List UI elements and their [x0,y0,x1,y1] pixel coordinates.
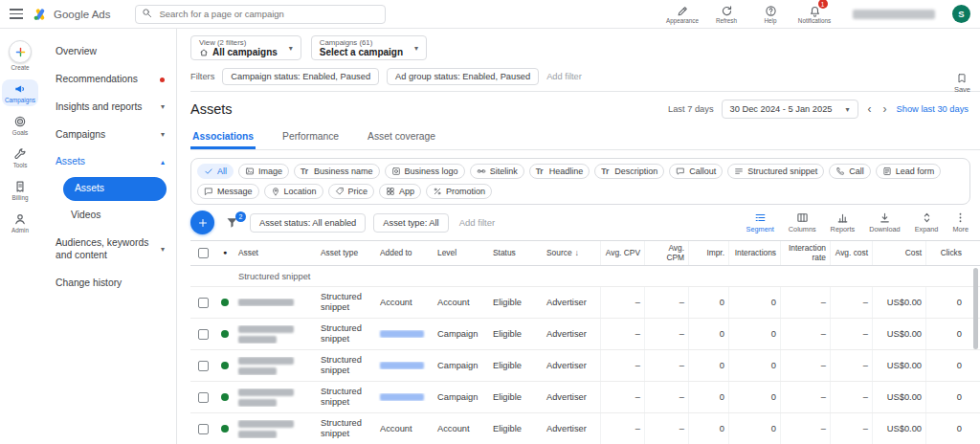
source-cell: Advertiser [543,329,600,340]
column-header-added-to[interactable]: Added to [376,249,434,258]
topbar-appearance-button[interactable]: Appearance [661,4,703,24]
row-checkbox[interactable] [198,392,209,403]
metric-cell: – [780,287,830,318]
campaign-selector[interactable]: Campaigns (61) Select a campaign ▾ [311,35,427,60]
admin-icon [13,212,27,226]
table-action-segment[interactable]: Segment [746,211,774,233]
table-action-reports[interactable]: Reports [831,211,856,233]
asset-type-chip-call[interactable]: Call [829,164,871,179]
metric-cell: 0 [688,319,728,349]
column-header-avg-cpm[interactable]: Avg. CPM [644,241,688,265]
column-header-asset[interactable]: Asset [234,249,317,258]
header-select-all[interactable] [190,248,215,258]
sidebar-item-recommendations[interactable]: Recommendations [40,66,176,94]
date-range-value: 30 Dec 2024 - 5 Jan 2025 [730,104,833,114]
asset-type-chip-image[interactable]: Image [238,164,289,179]
filter-button[interactable]: 2 [225,215,239,230]
asset-type-chip-app[interactable]: App [379,184,421,199]
column-header-interaction-rate[interactable]: Interaction rate [780,241,830,265]
chip-label: Sitelink [490,166,518,176]
sidebar-item-assets-sub[interactable]: Assets [63,177,167,201]
column-header-cost[interactable]: Cost [872,241,925,265]
column-header-source[interactable]: Source↓ [543,248,600,258]
tab-associations[interactable]: Associations [190,124,256,149]
topbar-notifications-button[interactable]: 1Notifications [793,4,835,24]
column-header-impr[interactable]: Impr. [688,241,728,265]
show-last-30-days-link[interactable]: Show last 30 days [897,104,969,114]
sidebar-item-insights-and-reports[interactable]: Insights and reports▾ [40,94,176,122]
column-header-clicks[interactable]: Clicks [925,241,966,265]
sidebar-item-assets[interactable]: Assets▴ [40,148,176,176]
rail-item-billing[interactable]: Billing [2,177,38,204]
asset-name-cell[interactable] [234,325,317,344]
previous-period-button[interactable]: ‹ [866,102,874,116]
asset-type-chip-message[interactable]: Message [197,184,259,199]
table-action-columns[interactable]: Columns [789,211,816,233]
asset-type-chip-structured-snippet[interactable]: Structured snippet [727,164,824,179]
filter-chip[interactable]: Campaign status: Enabled, Paused [222,68,379,85]
asset-type-chip-business-name[interactable]: TrBusiness name [294,164,380,179]
asset-name-cell[interactable] [234,388,317,407]
add-filter-link[interactable]: Add filter [546,72,582,81]
asset-type-chip-description[interactable]: TrDescription [594,164,664,179]
column-header-level[interactable]: Level [434,249,489,258]
rail-item-tools[interactable]: Tools [2,144,38,171]
asset-type-chip-all[interactable]: All [197,164,234,179]
table-action-download[interactable]: Download [869,211,900,233]
added-to-cell[interactable] [376,330,434,338]
row-checkbox[interactable] [198,298,209,308]
rail-item-admin[interactable]: Admin [2,210,38,236]
table-action-more[interactable]: More [952,211,969,233]
rail-item-create[interactable]: Create [2,37,38,74]
column-header-avg-cost[interactable]: Avg. cost [830,241,872,265]
topbar-help-button[interactable]: Help [749,4,791,24]
toolbar-add-filter-link[interactable]: Add filter [459,217,496,228]
asset-name-cell[interactable] [234,420,317,438]
toolbar-filter-chip[interactable]: Asset type: All [373,213,448,233]
added-to-cell[interactable] [376,362,434,369]
asset-type-chip-callout[interactable]: Callout [669,164,723,179]
tab-performance[interactable]: Performance [280,124,341,149]
rail-item-campaigns[interactable]: Campaigns [2,79,38,106]
sidebar-item-change-history[interactable]: Change history [40,270,176,298]
asset-type-chip-price[interactable]: Price [328,184,375,199]
add-asset-button[interactable] [190,211,214,234]
scrollbar-thumb[interactable] [973,268,978,349]
asset-type-chip-headline[interactable]: TrHeadline [529,164,590,179]
chevron-down-icon: ▾ [161,245,165,255]
row-checkbox[interactable] [198,361,209,371]
menu-icon[interactable] [10,9,23,19]
asset-type-chip-location[interactable]: Location [264,184,323,199]
added-to-cell[interactable] [376,393,434,401]
sidebar-item-campaigns[interactable]: Campaigns▾ [40,122,176,149]
table-action-expand[interactable]: Expand [915,211,939,233]
column-header-interactions[interactable]: Interactions [728,241,780,265]
topbar-refresh-button[interactable]: Refresh [705,4,747,24]
asset-type-chip-lead-form[interactable]: Lead form [876,164,942,179]
asset-type-chip-business-logo[interactable]: Business logo [385,164,465,179]
filter-chip[interactable]: Ad group status: Enabled, Paused [387,68,539,85]
row-checkbox[interactable] [198,424,209,434]
sidebar-item-overview[interactable]: Overview [40,38,176,66]
table-row: Structured snippetCampaignEligibleAdvert… [190,382,980,413]
sidebar-item-videos-sub[interactable]: Videos [40,202,176,230]
view-selector[interactable]: View (2 filters) All campaigns ▾ [190,35,301,60]
column-header-avg-cpv[interactable]: Avg. CPV [600,241,644,265]
date-range-selector[interactable]: 30 Dec 2024 - 5 Jan 2025 ▾ [722,100,858,119]
asset-type-chip-sitelink[interactable]: Sitelink [470,164,524,179]
rail-item-goals[interactable]: Goals [2,112,38,139]
toolbar-filter-chip[interactable]: Asset status: All enabled [250,213,366,233]
avatar[interactable]: S [952,5,970,23]
row-checkbox[interactable] [198,329,209,340]
asset-name-cell[interactable] [234,299,317,306]
text-format-icon: Tr [301,166,310,176]
sidebar-item-audiences-keywords-and-content[interactable]: Audiences, keywords and content▾ [40,230,176,270]
asset-name-cell[interactable] [234,357,317,375]
search-input[interactable] [135,5,386,24]
asset-type-chip-promotion[interactable]: Promotion [426,184,492,199]
tab-asset-coverage[interactable]: Asset coverage [366,124,437,149]
next-period-button[interactable]: › [881,102,889,116]
column-header-asset-type[interactable]: Asset type [317,249,376,258]
save-button[interactable]: Save [954,73,970,94]
column-header-status[interactable]: Status [489,249,543,258]
